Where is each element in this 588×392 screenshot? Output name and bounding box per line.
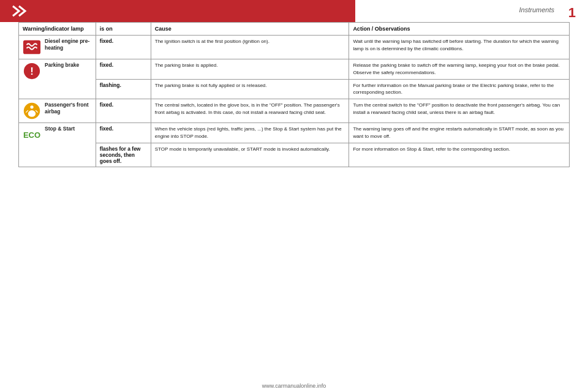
- action-diesel: Wait until the warning lamp has switched…: [349, 36, 570, 59]
- ison-parking-2: flashing.: [96, 79, 151, 99]
- warning-table: Warning/indicator lamp is on Cause Actio…: [18, 22, 570, 167]
- main-content: Warning/indicator lamp is on Cause Actio…: [18, 22, 570, 374]
- lamp-cell-parking: ! Parking brake: [19, 59, 96, 99]
- action-eco-2: For more information on Stop & Start, re…: [349, 143, 570, 167]
- table-row: ! Parking brake fixed. The parking brake…: [19, 59, 570, 80]
- col-header-action: Action / Observations: [349, 23, 570, 36]
- action-parking-2: For further information on the Manual pa…: [349, 79, 570, 99]
- cause-eco-1: When the vehicle stops (red lights, traf…: [151, 123, 349, 143]
- action-eco-1: The warning lamp goes off and the engine…: [349, 123, 570, 143]
- action-parking-1: Release the parking brake to switch off …: [349, 59, 570, 80]
- cause-parking-1: The parking brake is applied.: [151, 59, 349, 80]
- ison-parking-1: fixed.: [96, 59, 151, 80]
- cause-eco-2: STOP mode is temporarily unavailable, or…: [151, 143, 349, 167]
- ison-diesel: fixed.: [96, 36, 151, 59]
- lamp-cell-eco: ECO Stop & Start: [19, 123, 96, 167]
- ison-eco-1: fixed.: [96, 123, 151, 143]
- parking-icon: !: [23, 62, 41, 80]
- lamp-name-airbag: Passenger's front airbag: [45, 102, 92, 115]
- brand-logo: [5, 2, 42, 20]
- col-header-cause: Cause: [151, 23, 349, 36]
- col-header-ison: is on: [96, 23, 151, 36]
- lamp-name-parking: Parking brake: [45, 62, 79, 69]
- table-row: flashes for a few seconds, then goes off…: [19, 143, 570, 167]
- table-row: ECO Stop & Start fixed. When the vehicle…: [19, 123, 570, 143]
- page-title: Instruments: [519, 6, 554, 13]
- cause-parking-2: The parking brake is not fully applied o…: [151, 79, 349, 99]
- top-bar-red-strip: [0, 0, 355, 22]
- svg-text:!: !: [30, 66, 34, 77]
- svg-rect-0: [23, 40, 40, 55]
- lamp-name-eco: Stop & Start: [45, 126, 75, 132]
- ison-airbag: fixed.: [96, 99, 151, 123]
- diesel-icon: [23, 38, 41, 56]
- table-row: Diesel engine pre-heating fixed. The ign…: [19, 36, 570, 59]
- svg-point-5: [30, 105, 33, 108]
- footer-url: www.carmanualonline.info: [262, 383, 326, 389]
- ison-eco-2: flashes for a few seconds, then goes off…: [96, 143, 151, 167]
- lamp-name-diesel: Diesel engine pre-heating: [45, 38, 92, 51]
- svg-point-6: [28, 110, 36, 117]
- lamp-cell-airbag: Passenger's front airbag: [19, 99, 96, 123]
- cause-diesel: The ignition switch is at the first posi…: [151, 36, 349, 59]
- cause-airbag: The central switch, located in the glove…: [151, 99, 349, 123]
- top-bar: [0, 0, 588, 22]
- action-airbag: Turn the central switch to the "OFF" pos…: [349, 99, 570, 123]
- eco-icon: ECO: [23, 126, 41, 144]
- table-row: Passenger's front airbag fixed. The cent…: [19, 99, 570, 123]
- table-row: flashing. The parking brake is not fully…: [19, 79, 570, 99]
- col-header-lamp: Warning/indicator lamp: [19, 23, 96, 36]
- airbag-icon: [23, 102, 41, 120]
- page-number: 1: [568, 5, 576, 21]
- lamp-cell-diesel: Diesel engine pre-heating: [19, 36, 96, 59]
